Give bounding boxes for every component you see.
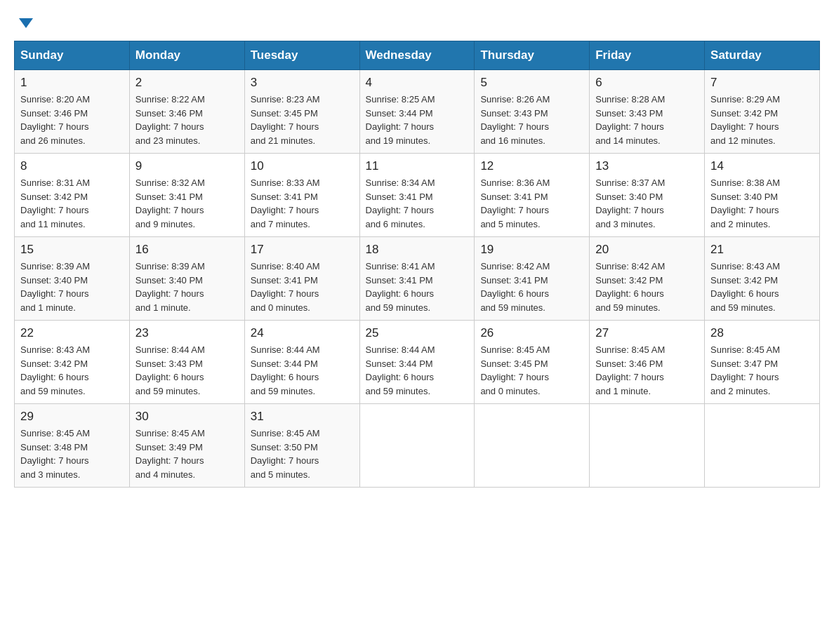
calendar-cell: 26Sunrise: 8:45 AM Sunset: 3:45 PM Dayli… [475, 321, 590, 404]
day-info: Sunrise: 8:25 AM Sunset: 3:44 PM Dayligh… [366, 93, 469, 147]
day-number: 30 [135, 410, 239, 424]
day-info: Sunrise: 8:40 AM Sunset: 3:41 PM Dayligh… [251, 260, 354, 314]
day-number: 15 [20, 243, 124, 257]
calendar-cell: 2Sunrise: 8:22 AM Sunset: 3:46 PM Daylig… [129, 70, 244, 154]
day-number: 14 [710, 159, 814, 173]
weekday-header-row: SundayMondayTuesdayWednesdayThursdayFrid… [15, 41, 820, 70]
day-number: 24 [251, 326, 354, 340]
calendar-cell [475, 404, 590, 488]
day-number: 28 [710, 326, 814, 340]
day-number: 21 [710, 243, 814, 257]
calendar-cell [705, 404, 820, 488]
day-info: Sunrise: 8:42 AM Sunset: 3:42 PM Dayligh… [595, 260, 699, 314]
day-number: 5 [480, 76, 583, 90]
day-info: Sunrise: 8:45 AM Sunset: 3:50 PM Dayligh… [251, 427, 354, 481]
day-info: Sunrise: 8:28 AM Sunset: 3:43 PM Dayligh… [595, 93, 699, 147]
day-number: 25 [366, 326, 469, 340]
day-info: Sunrise: 8:44 AM Sunset: 3:43 PM Dayligh… [135, 343, 239, 398]
day-number: 3 [251, 76, 354, 90]
day-info: Sunrise: 8:45 AM Sunset: 3:45 PM Dayligh… [480, 343, 583, 398]
week-row-2: 8Sunrise: 8:31 AM Sunset: 3:42 PM Daylig… [15, 154, 820, 237]
calendar-cell: 25Sunrise: 8:44 AM Sunset: 3:44 PM Dayli… [359, 321, 475, 404]
calendar-cell: 12Sunrise: 8:36 AM Sunset: 3:41 PM Dayli… [475, 154, 590, 237]
day-number: 22 [20, 326, 124, 340]
week-row-4: 22Sunrise: 8:43 AM Sunset: 3:42 PM Dayli… [15, 321, 820, 404]
week-row-3: 15Sunrise: 8:39 AM Sunset: 3:40 PM Dayli… [15, 237, 820, 321]
day-info: Sunrise: 8:29 AM Sunset: 3:42 PM Dayligh… [710, 93, 814, 147]
logo [14, 14, 37, 29]
calendar-cell: 7Sunrise: 8:29 AM Sunset: 3:42 PM Daylig… [705, 70, 820, 154]
calendar-cell [359, 404, 475, 488]
calendar-cell: 11Sunrise: 8:34 AM Sunset: 3:41 PM Dayli… [359, 154, 475, 237]
day-info: Sunrise: 8:34 AM Sunset: 3:41 PM Dayligh… [366, 176, 469, 231]
calendar-cell: 21Sunrise: 8:43 AM Sunset: 3:42 PM Dayli… [705, 237, 820, 321]
day-info: Sunrise: 8:42 AM Sunset: 3:41 PM Dayligh… [480, 260, 583, 314]
day-info: Sunrise: 8:26 AM Sunset: 3:43 PM Dayligh… [480, 93, 583, 147]
day-number: 2 [135, 76, 239, 90]
calendar-cell: 5Sunrise: 8:26 AM Sunset: 3:43 PM Daylig… [475, 70, 590, 154]
day-info: Sunrise: 8:31 AM Sunset: 3:42 PM Dayligh… [20, 176, 124, 231]
day-number: 10 [251, 159, 354, 173]
calendar-table: SundayMondayTuesdayWednesdayThursdayFrid… [14, 41, 820, 488]
day-info: Sunrise: 8:39 AM Sunset: 3:40 PM Dayligh… [135, 260, 239, 314]
day-number: 27 [595, 326, 699, 340]
calendar-cell: 13Sunrise: 8:37 AM Sunset: 3:40 PM Dayli… [590, 154, 705, 237]
page-header [14, 14, 820, 29]
calendar-cell: 1Sunrise: 8:20 AM Sunset: 3:46 PM Daylig… [15, 70, 130, 154]
calendar-cell: 29Sunrise: 8:45 AM Sunset: 3:48 PM Dayli… [15, 404, 130, 488]
day-number: 8 [20, 159, 124, 173]
calendar-cell: 9Sunrise: 8:32 AM Sunset: 3:41 PM Daylig… [129, 154, 244, 237]
calendar-cell: 30Sunrise: 8:45 AM Sunset: 3:49 PM Dayli… [129, 404, 244, 488]
day-info: Sunrise: 8:44 AM Sunset: 3:44 PM Dayligh… [366, 343, 469, 398]
day-info: Sunrise: 8:20 AM Sunset: 3:46 PM Dayligh… [20, 93, 124, 147]
day-info: Sunrise: 8:36 AM Sunset: 3:41 PM Dayligh… [480, 176, 583, 231]
day-info: Sunrise: 8:43 AM Sunset: 3:42 PM Dayligh… [20, 343, 124, 398]
day-number: 17 [251, 243, 354, 257]
day-number: 7 [710, 76, 814, 90]
day-info: Sunrise: 8:22 AM Sunset: 3:46 PM Dayligh… [135, 93, 239, 147]
day-number: 20 [595, 243, 699, 257]
day-info: Sunrise: 8:39 AM Sunset: 3:40 PM Dayligh… [20, 260, 124, 314]
day-info: Sunrise: 8:37 AM Sunset: 3:40 PM Dayligh… [595, 176, 699, 231]
day-number: 9 [135, 159, 239, 173]
day-number: 23 [135, 326, 239, 340]
weekday-header-wednesday: Wednesday [359, 41, 475, 70]
calendar-cell: 10Sunrise: 8:33 AM Sunset: 3:41 PM Dayli… [244, 154, 359, 237]
day-info: Sunrise: 8:44 AM Sunset: 3:44 PM Dayligh… [251, 343, 354, 398]
day-number: 11 [366, 159, 469, 173]
calendar-cell: 19Sunrise: 8:42 AM Sunset: 3:41 PM Dayli… [475, 237, 590, 321]
calendar-cell: 8Sunrise: 8:31 AM Sunset: 3:42 PM Daylig… [15, 154, 130, 237]
day-number: 29 [20, 410, 124, 424]
weekday-header-tuesday: Tuesday [244, 41, 359, 70]
weekday-header-thursday: Thursday [475, 41, 590, 70]
day-number: 1 [20, 76, 124, 90]
day-info: Sunrise: 8:45 AM Sunset: 3:47 PM Dayligh… [710, 343, 814, 398]
weekday-header-friday: Friday [590, 41, 705, 70]
day-info: Sunrise: 8:33 AM Sunset: 3:41 PM Dayligh… [251, 176, 354, 231]
day-number: 6 [595, 76, 699, 90]
calendar-cell: 24Sunrise: 8:44 AM Sunset: 3:44 PM Dayli… [244, 321, 359, 404]
day-number: 12 [480, 159, 583, 173]
week-row-1: 1Sunrise: 8:20 AM Sunset: 3:46 PM Daylig… [15, 70, 820, 154]
day-info: Sunrise: 8:43 AM Sunset: 3:42 PM Dayligh… [710, 260, 814, 314]
logo-icon [15, 13, 37, 34]
day-info: Sunrise: 8:38 AM Sunset: 3:40 PM Dayligh… [710, 176, 814, 231]
calendar-cell: 6Sunrise: 8:28 AM Sunset: 3:43 PM Daylig… [590, 70, 705, 154]
week-row-5: 29Sunrise: 8:45 AM Sunset: 3:48 PM Dayli… [15, 404, 820, 488]
day-info: Sunrise: 8:23 AM Sunset: 3:45 PM Dayligh… [251, 93, 354, 147]
calendar-cell: 4Sunrise: 8:25 AM Sunset: 3:44 PM Daylig… [359, 70, 475, 154]
day-number: 26 [480, 326, 583, 340]
weekday-header-sunday: Sunday [15, 41, 130, 70]
weekday-header-monday: Monday [129, 41, 244, 70]
day-info: Sunrise: 8:32 AM Sunset: 3:41 PM Dayligh… [135, 176, 239, 231]
day-number: 19 [480, 243, 583, 257]
day-number: 13 [595, 159, 699, 173]
calendar-cell: 18Sunrise: 8:41 AM Sunset: 3:41 PM Dayli… [359, 237, 475, 321]
calendar-cell: 23Sunrise: 8:44 AM Sunset: 3:43 PM Dayli… [129, 321, 244, 404]
day-info: Sunrise: 8:45 AM Sunset: 3:46 PM Dayligh… [595, 343, 699, 398]
day-info: Sunrise: 8:45 AM Sunset: 3:48 PM Dayligh… [20, 427, 124, 481]
day-number: 4 [366, 76, 469, 90]
calendar-cell: 22Sunrise: 8:43 AM Sunset: 3:42 PM Dayli… [15, 321, 130, 404]
calendar-cell: 14Sunrise: 8:38 AM Sunset: 3:40 PM Dayli… [705, 154, 820, 237]
weekday-header-saturday: Saturday [705, 41, 820, 70]
